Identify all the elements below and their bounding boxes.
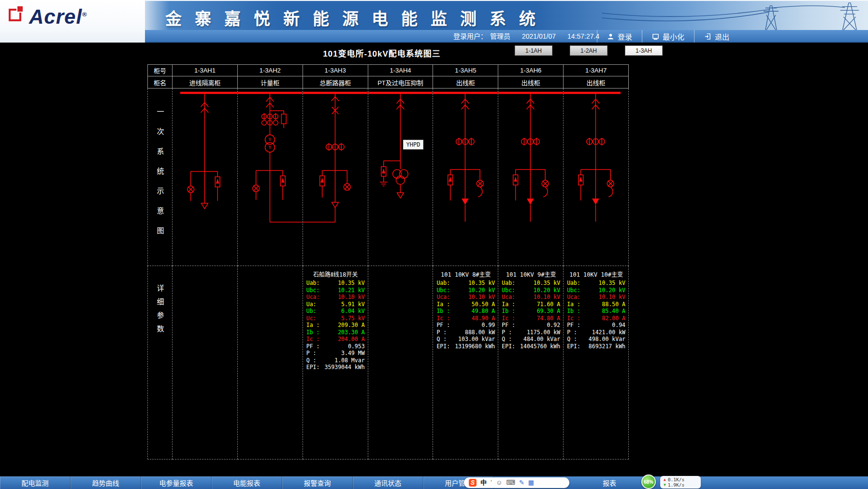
- param-row: P :888.00 kW: [436, 329, 495, 336]
- minimize-button[interactable]: 最小化: [642, 30, 694, 43]
- param-value: 888.00 kW: [465, 329, 495, 336]
- param-row: Ic :48.90 A: [436, 315, 495, 322]
- param-label: Uab:: [436, 280, 450, 287]
- cabinet-no-cell: 1-3AH4: [368, 64, 434, 76]
- yhpd-label: YHPD: [403, 140, 424, 149]
- param-value: 35939044 kWh: [324, 364, 364, 371]
- diagram-cell-1-3AH7: [564, 89, 629, 266]
- param-value: 0.99: [482, 322, 495, 329]
- param-label: Uab:: [502, 280, 515, 287]
- param-label: Ib :: [436, 308, 450, 315]
- diagram-section-label-cell: 一次系统示意图: [147, 89, 173, 266]
- param-row: P :3.49 MW: [306, 350, 365, 357]
- param-label: Ub:: [306, 308, 317, 315]
- param-value: 10.20 kV: [599, 287, 625, 294]
- login-user-value: 管理员: [490, 32, 510, 40]
- tab-1-3ah[interactable]: 1-3AH: [625, 45, 663, 56]
- svg-text:Y: Y: [269, 145, 272, 150]
- exit-icon: [704, 33, 711, 40]
- exit-button-label: 退出: [715, 31, 729, 42]
- param-block-title: 101 10KV 8#主变: [436, 270, 495, 278]
- taskbar-button-energy-report[interactable]: 电能报表: [212, 476, 282, 489]
- params-cell-1-3AH4: [368, 266, 434, 459]
- cabinet-name-cell: 出线柜: [498, 76, 564, 89]
- param-row: Q :103.00 kVar: [436, 336, 495, 343]
- logo-panel: Acrel®: [0, 0, 145, 43]
- taskbar-buttons: 配电监测趋势曲线电参量报表电能报表报警查询通讯状态用户管理: [0, 476, 494, 489]
- param-row: Uab:10.35 kV: [567, 280, 625, 287]
- taskbar-button-distribution-monitoring[interactable]: 配电监测: [0, 476, 71, 489]
- tray-percent-badge[interactable]: 68%: [641, 474, 656, 489]
- cabinet-name-cell: 计量柜: [238, 76, 303, 89]
- param-row: PF :0.94: [567, 322, 625, 329]
- exit-button[interactable]: 退出: [694, 30, 739, 43]
- ime-pen-icon[interactable]: ✎: [519, 477, 524, 488]
- tab-1-2ah[interactable]: 1-2AH: [570, 45, 608, 56]
- taskbar-button-trend-curves[interactable]: 趋势曲线: [71, 476, 141, 489]
- ime-emoji-icon[interactable]: ☺: [496, 477, 502, 488]
- ime-keyboard-icon[interactable]: ⌨: [506, 477, 515, 488]
- ime-punctuation-icon[interactable]: ’: [491, 477, 492, 488]
- single-line-diagram-pt-overvoltage: [368, 89, 433, 266]
- bus-section-tabs: 1-1AH 1-2AH 1-3AH: [515, 45, 663, 56]
- params-cell-1-3AH6: 101 10KV 9#主变Uab:10.35 kVUbc:10.20 kVUca…: [498, 266, 564, 459]
- param-value: 10.10 kV: [338, 294, 364, 301]
- login-button[interactable]: 登录: [597, 30, 642, 43]
- network-up-speed: ▲0.1K/s: [664, 477, 697, 482]
- param-row: Ubc:10.21 kV: [306, 287, 365, 294]
- param-label: Ubc:: [436, 287, 450, 294]
- param-value: 10.35 kV: [534, 280, 560, 287]
- param-value: 0.94: [612, 322, 625, 329]
- cabinet-name-cell: 出线柜: [433, 76, 498, 89]
- param-value: 13199680 kWh: [455, 343, 495, 350]
- single-line-diagram-metering: Y Y: [238, 89, 303, 266]
- app-title: 金寨嘉悦新能源电能监测系统: [165, 6, 549, 30]
- params-section-label-cell: 详细参数: [147, 266, 173, 459]
- svg-text:Y: Y: [269, 137, 272, 142]
- param-row: Uab:10.35 kV: [502, 280, 560, 287]
- down-arrow-icon: ▼: [664, 482, 666, 488]
- param-value: 204.00 A: [338, 336, 364, 343]
- param-label: Ua:: [306, 301, 317, 308]
- taskbar: 配电监测趋势曲线电参量报表电能报表报警查询通讯状态用户管理 报表 S中’☺⌨✎▦…: [0, 476, 868, 489]
- header-bar: 金寨嘉悦新能源电能监测系统 登录用户：管理员2021/01/0714:57:27…: [0, 0, 868, 43]
- param-value: 5.91 kV: [341, 301, 364, 308]
- param-row: PF :0.953: [306, 343, 365, 350]
- tab-1-1ah[interactable]: 1-1AH: [515, 45, 552, 56]
- registered-mark: ®: [82, 11, 87, 18]
- param-value: 48.90 A: [472, 315, 495, 322]
- param-row: Ib :85.40 A: [567, 308, 625, 315]
- ime-grid-icon[interactable]: ▦: [528, 477, 534, 488]
- param-value: 10.10 kV: [534, 294, 560, 301]
- param-label: P :: [567, 329, 577, 336]
- param-row: Uca:10.10 kV: [306, 294, 365, 301]
- param-row: Ib :49.80 A: [436, 308, 495, 315]
- transmission-towers-graphic: [597, 1, 868, 30]
- single-line-diagram-outgoing-3: [564, 89, 628, 266]
- param-label: Ubc:: [567, 287, 580, 294]
- param-row: Uab:10.35 kV: [306, 280, 365, 287]
- params-cell-1-3AH1: [173, 266, 238, 459]
- param-label: Ia :: [567, 301, 580, 308]
- param-block-title: 101 10KV 10#主变: [567, 270, 625, 278]
- param-value: 10.10 kV: [599, 294, 625, 301]
- sogou-logo-icon[interactable]: S: [469, 479, 477, 487]
- taskbar-button-comm-status[interactable]: 通讯状态: [353, 476, 423, 489]
- param-label: Q :: [436, 336, 447, 343]
- param-row: EPI:14045760 kWh: [502, 343, 560, 350]
- param-label: EPI:: [567, 343, 580, 350]
- param-label: Ic :: [567, 315, 580, 322]
- taskbar-button-report-partial[interactable]: 报表: [587, 476, 632, 489]
- status-strip: 登录用户：管理员2021/01/0714:57:27.4 登录 最小化 退出: [140, 30, 868, 43]
- ime-lang-chinese-icon[interactable]: 中: [480, 477, 487, 488]
- param-value: 10.21 kV: [338, 287, 364, 294]
- param-block-title: 石船路Ⅱ线18开关: [306, 270, 365, 278]
- up-speed-value: 0.1K/s: [668, 477, 684, 482]
- diagram-cell-1-3AH1: [173, 89, 238, 266]
- param-value: 10.20 kV: [534, 287, 560, 294]
- param-label: P :: [436, 329, 447, 336]
- taskbar-button-parameter-report[interactable]: 电参量报表: [141, 476, 212, 489]
- taskbar-button-alarm-query[interactable]: 报警查询: [282, 476, 353, 489]
- param-row: Ub:6.04 kV: [306, 308, 365, 315]
- param-label: Ia :: [306, 322, 320, 329]
